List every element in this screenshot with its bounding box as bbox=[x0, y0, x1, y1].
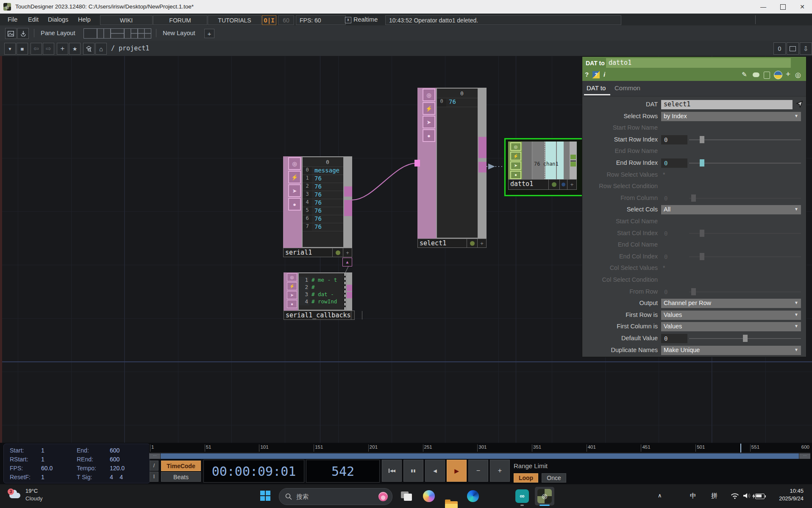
menu-dialogs[interactable]: Dialogs bbox=[48, 16, 68, 23]
node-status-box[interactable] bbox=[351, 311, 362, 319]
viewer-flag-icon[interactable]: ◎ bbox=[510, 142, 521, 151]
play-button[interactable]: ▶ bbox=[447, 460, 467, 482]
param-slider-track[interactable] bbox=[689, 291, 801, 292]
close-button[interactable]: ✕ bbox=[793, 0, 812, 14]
param-slider-track[interactable] bbox=[689, 163, 801, 164]
param-slider-handle[interactable] bbox=[700, 230, 704, 237]
menu-help[interactable]: Help bbox=[78, 16, 91, 23]
pane-menu-dropdown[interactable]: ▼ bbox=[4, 43, 16, 55]
node-name[interactable]: select1 bbox=[418, 239, 467, 247]
param-value-field[interactable]: 0 bbox=[661, 287, 687, 297]
edge-browser-button[interactable] bbox=[467, 490, 479, 502]
node-status-box2[interactable] bbox=[560, 180, 567, 189]
rewind-button[interactable]: ◀◀ bbox=[382, 460, 402, 482]
dock-connector[interactable]: ▲ bbox=[342, 258, 352, 266]
param-slider-track[interactable] bbox=[689, 139, 801, 140]
search-box[interactable]: 搜索 bbox=[279, 488, 392, 505]
wifi-icon[interactable] bbox=[731, 493, 739, 499]
param-slider-handle[interactable] bbox=[691, 194, 696, 202]
output-connector[interactable] bbox=[347, 292, 352, 298]
tray-expand-chevron[interactable]: ∧ bbox=[658, 492, 662, 499]
ime-pinyin-icon[interactable]: 拼 bbox=[711, 492, 717, 500]
op-name-field[interactable]: datto1 bbox=[606, 58, 791, 68]
param-slider-track[interactable] bbox=[689, 198, 801, 199]
param-slider-handle[interactable] bbox=[743, 335, 748, 342]
tab-dat-to[interactable]: DAT to bbox=[587, 84, 606, 92]
tab-common[interactable]: Common bbox=[615, 84, 640, 92]
param-value-field[interactable]: 0 bbox=[661, 229, 687, 238]
param-slider-track[interactable] bbox=[689, 256, 801, 257]
task-view-button[interactable] bbox=[401, 491, 412, 501]
node-expand-box[interactable]: + bbox=[478, 239, 486, 247]
param-slider-track[interactable] bbox=[689, 233, 801, 234]
python-help-icon[interactable]: ? bbox=[592, 71, 600, 78]
param-slider-handle[interactable] bbox=[700, 136, 704, 143]
output-connector[interactable] bbox=[344, 186, 352, 197]
forum-button[interactable]: FORUM bbox=[153, 15, 207, 25]
node-serial1-callbacks[interactable]: ◎ ⚡ ➤ ● 1# me - t2#3# dat -4# rowInd ser… bbox=[284, 272, 352, 320]
node-expand-box[interactable] bbox=[362, 311, 373, 319]
midi-oi-indicator[interactable]: O|I bbox=[262, 15, 276, 25]
node-expand-box[interactable]: + bbox=[567, 180, 576, 189]
maximize-pane-button[interactable] bbox=[787, 42, 799, 55]
play-reverse-button[interactable]: ◀ bbox=[425, 460, 445, 482]
viewer-mode-icon[interactable] bbox=[5, 28, 17, 39]
add-parameter-icon[interactable]: + bbox=[786, 69, 790, 79]
output-connector[interactable] bbox=[347, 285, 352, 291]
node-datto1[interactable]: ◎ ⚡ ➤ ● 76 chan1 bbox=[508, 142, 577, 190]
new-layout-add-button[interactable]: + bbox=[204, 29, 214, 38]
ime-language-icon[interactable]: 中 bbox=[690, 492, 696, 500]
range-start-handle[interactable]: ⋯ bbox=[149, 453, 160, 459]
timeline-ruler[interactable]: 151101151201251301351401451501551600 bbox=[149, 444, 810, 453]
step-forward-frame-button[interactable]: + bbox=[490, 460, 510, 482]
dat-picker-arrow-icon[interactable] bbox=[795, 100, 804, 110]
node-name[interactable]: datto1 bbox=[509, 180, 549, 189]
node-select1[interactable]: ◎ ⚡ ➤ ● 0076 select1 + bbox=[417, 88, 487, 248]
range-fill[interactable] bbox=[161, 453, 799, 459]
param-dropdown[interactable]: Values▼ bbox=[661, 311, 801, 320]
wiki-button[interactable]: WIKI bbox=[100, 15, 153, 25]
input-connector[interactable] bbox=[414, 160, 420, 167]
info-icon[interactable]: i bbox=[603, 71, 605, 78]
collapse-pane-button[interactable]: ⇩ bbox=[800, 42, 812, 55]
layout-preset-vsplit[interactable] bbox=[97, 28, 111, 39]
breadcrumb-path[interactable]: / project1 bbox=[111, 44, 149, 52]
output-connector[interactable] bbox=[478, 137, 487, 158]
node-status-box[interactable] bbox=[549, 180, 560, 189]
range-end-handle[interactable]: ⋯ bbox=[799, 453, 810, 459]
frames-mode-button[interactable]: / bbox=[150, 461, 159, 471]
clock-date[interactable]: 2025/9/24 bbox=[771, 495, 804, 502]
cook-flag-icon[interactable]: ● bbox=[287, 300, 297, 308]
battery-icon[interactable] bbox=[755, 494, 765, 499]
bypass-flag-icon[interactable]: ⚡ bbox=[423, 102, 435, 115]
arduino-ide-button[interactable]: ∞ bbox=[515, 489, 529, 503]
loop-button[interactable]: Loop bbox=[514, 473, 538, 483]
param-value-field[interactable]: 0 bbox=[661, 334, 687, 343]
menu-file[interactable]: File bbox=[8, 16, 17, 23]
menu-edit[interactable]: Edit bbox=[28, 16, 39, 23]
layout-preset-hsplit[interactable] bbox=[111, 28, 124, 39]
node-status-box[interactable] bbox=[333, 248, 343, 257]
layout-preset-single[interactable] bbox=[83, 28, 97, 39]
output-connector[interactable] bbox=[344, 200, 352, 216]
export-flag-icon[interactable]: ➤ bbox=[423, 116, 435, 128]
add-button[interactable]: + bbox=[57, 43, 68, 55]
param-value-field[interactable]: 0 bbox=[661, 194, 687, 203]
pencil-icon[interactable]: ✎ bbox=[742, 71, 747, 78]
param-slider-handle[interactable] bbox=[700, 253, 704, 260]
export-flag-icon[interactable]: ➤ bbox=[510, 161, 521, 170]
param-dropdown[interactable]: by Index▼ bbox=[661, 112, 801, 121]
home-button[interactable]: ⌂ bbox=[95, 43, 107, 55]
help-icon[interactable]: ? bbox=[585, 71, 589, 78]
output-connector[interactable] bbox=[570, 162, 576, 167]
bookmark-pane-icon[interactable] bbox=[17, 28, 29, 39]
pause-button[interactable]: ▮▮ bbox=[403, 460, 423, 482]
node-expand-box[interactable]: + bbox=[343, 248, 352, 257]
timecode-mode-button[interactable]: TimeCode bbox=[161, 461, 201, 471]
node-serial1[interactable]: ◎ ⚡ ➤ ● 00message176276376476576676776 s… bbox=[283, 156, 352, 257]
node-datto1-selection[interactable]: ◎ ⚡ ➤ ● 76 chan1 bbox=[504, 138, 584, 196]
copilot-button[interactable] bbox=[423, 490, 435, 502]
param-value-field[interactable]: 0 bbox=[661, 135, 687, 144]
clipboard-icon[interactable] bbox=[764, 72, 770, 79]
viewer-flag-icon[interactable]: ◎ bbox=[287, 273, 297, 281]
